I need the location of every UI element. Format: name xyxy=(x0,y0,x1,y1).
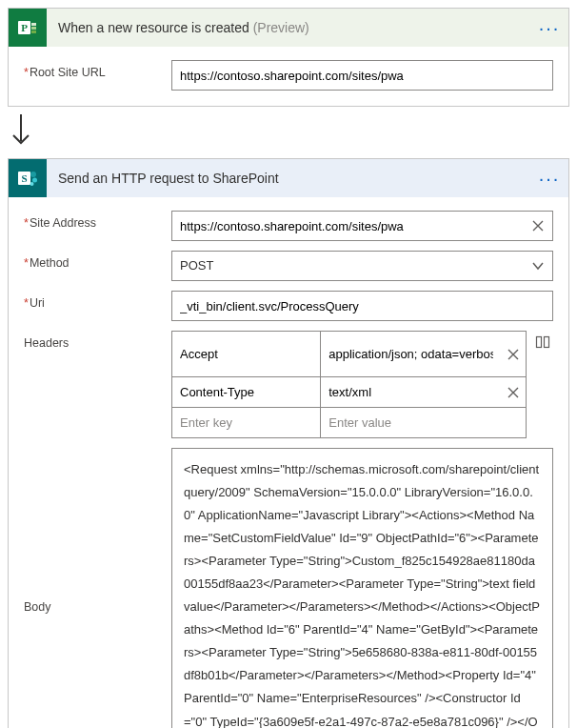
header-value-input-1[interactable] xyxy=(321,379,501,405)
headers-table xyxy=(171,331,527,438)
close-icon xyxy=(507,349,519,360)
close-icon xyxy=(507,387,519,398)
header-row-delete-1[interactable] xyxy=(501,378,526,407)
header-value-input-0[interactable] xyxy=(321,341,501,367)
site-address-label: *Site Address xyxy=(24,211,171,230)
action-card-menu-button[interactable]: ··· xyxy=(530,169,568,188)
svg-rect-2 xyxy=(31,23,36,26)
headers-label: Headers xyxy=(24,331,171,350)
trigger-card-menu-button[interactable]: ··· xyxy=(530,18,568,37)
method-label: *Method xyxy=(24,251,171,270)
trigger-preview-label: (Preview) xyxy=(253,20,309,35)
uri-input[interactable] xyxy=(171,291,553,321)
close-icon xyxy=(532,220,544,232)
header-key-input-new[interactable] xyxy=(172,408,320,437)
action-card-header[interactable]: S Send an HTTP request to SharePoint ··· xyxy=(9,159,568,197)
flow-arrow xyxy=(8,112,569,151)
method-select[interactable]: POST xyxy=(171,251,553,281)
trigger-title-text: When a new resource is created xyxy=(58,20,249,35)
svg-rect-12 xyxy=(545,337,549,348)
root-site-url-label: *Root Site URL xyxy=(24,60,171,79)
header-key-input-0[interactable] xyxy=(172,332,320,376)
svg-rect-4 xyxy=(31,30,36,33)
headers-switch-mode-button[interactable] xyxy=(532,331,553,438)
trigger-card: P When a new resource is created (Previe… xyxy=(8,8,569,107)
body-label: Body xyxy=(24,600,171,614)
action-card-title: Send an HTTP request to SharePoint xyxy=(47,171,530,186)
svg-rect-3 xyxy=(31,27,36,30)
body-input[interactable]: <Request xmlns="http://schemas.microsoft… xyxy=(171,448,553,728)
svg-text:S: S xyxy=(21,172,27,184)
header-key-input-1[interactable] xyxy=(172,377,320,407)
svg-point-10 xyxy=(30,182,34,186)
svg-text:P: P xyxy=(21,22,28,33)
svg-point-9 xyxy=(32,178,37,183)
trigger-card-header[interactable]: P When a new resource is created (Previe… xyxy=(9,9,568,47)
uri-label: *Uri xyxy=(24,291,171,310)
root-site-url-input[interactable] xyxy=(171,60,553,91)
header-value-input-new[interactable] xyxy=(321,408,526,437)
sharepoint-app-icon: S xyxy=(9,159,47,197)
header-row-delete-0[interactable] xyxy=(501,340,526,369)
trigger-card-title: When a new resource is created (Preview) xyxy=(47,20,530,35)
site-address-input[interactable] xyxy=(171,211,553,241)
text-mode-icon xyxy=(535,334,550,350)
project-app-icon: P xyxy=(9,9,47,47)
svg-point-8 xyxy=(30,172,36,177)
action-card: S Send an HTTP request to SharePoint ···… xyxy=(8,158,569,728)
site-address-clear-button[interactable] xyxy=(528,216,547,235)
svg-rect-11 xyxy=(537,337,542,348)
